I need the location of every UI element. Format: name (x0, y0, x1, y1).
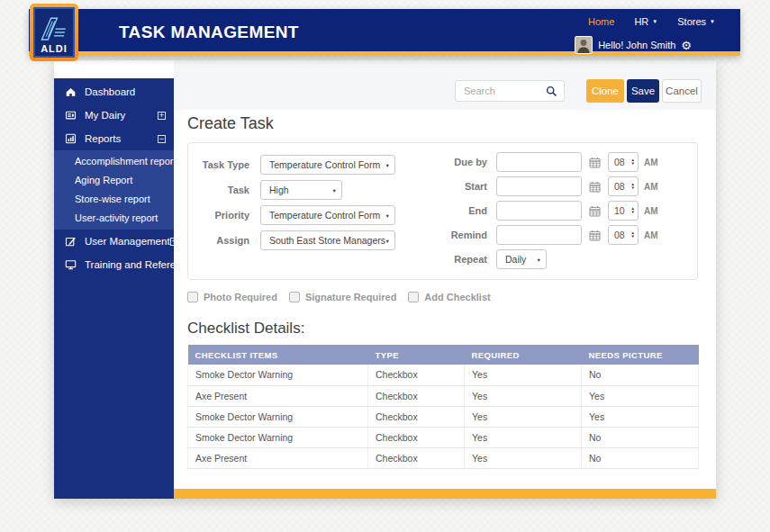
sidebar-item-my-dairy[interactable]: My Dairy + (54, 104, 174, 127)
aldi-a-icon (39, 16, 69, 43)
due-by-time-value: 08 (614, 157, 625, 167)
clone-button[interactable]: Clone (586, 79, 624, 103)
chevron-down-icon: ▼ (385, 213, 390, 219)
aldi-logo-inner: ALDI (33, 7, 75, 58)
greeting-text: Hello! John Smith (598, 40, 675, 50)
signature-required-option: Signature Required (289, 292, 396, 302)
nav-hr[interactable]: HR ▼ (634, 16, 657, 27)
col-type: TYPE (368, 345, 465, 365)
due-by-date-input[interactable] (496, 152, 582, 172)
nav-home[interactable]: Home (588, 16, 614, 27)
page-title: Create Task (187, 114, 274, 133)
aldi-logo-text: ALDI (41, 43, 68, 56)
reports-chart-icon (65, 133, 77, 144)
app-page: TASK MANAGEMENT Home HR ▼ Stores ▼ Hello… (0, 0, 770, 532)
nav-home-label: Home (588, 16, 614, 27)
table-row[interactable]: Smoke Dector Warning Checkbox Yes No (188, 427, 699, 447)
end-date-input[interactable] (496, 201, 582, 221)
submenu-accomplishment-report[interactable]: Accomplishment report (54, 152, 174, 171)
cell-item: Smoke Dector Warning (188, 427, 368, 447)
task-value: High (269, 185, 289, 195)
cell-needs-picture: Yes (582, 406, 699, 427)
start-date-input[interactable] (496, 176, 582, 196)
col-required: REQUIRED (465, 345, 582, 365)
calendar-icon[interactable] (589, 230, 601, 241)
sidebar-label: Reports (85, 133, 158, 144)
avatar[interactable] (575, 36, 593, 54)
spinner-down-icon[interactable]: ▼ (631, 235, 635, 239)
sidebar-item-user-management[interactable]: User Management + (54, 230, 174, 253)
spinner-down-icon[interactable]: ▼ (631, 211, 635, 215)
remind-time-spinner[interactable]: 08 ▲▼ (608, 225, 639, 245)
schedule-column: Due by 08 ▲▼ AM Start (433, 152, 658, 274)
end-time-spinner[interactable]: 10 ▲▼ (608, 201, 639, 221)
cell-required: Yes (465, 406, 582, 427)
task-type-label: Task Type (197, 159, 249, 170)
search-input[interactable] (456, 86, 546, 96)
edit-icon (65, 236, 77, 247)
start-time-spinner[interactable]: 08 ▲▼ (608, 176, 639, 196)
submenu-store-wise-report[interactable]: Store-wise report (54, 190, 174, 209)
calendar-icon[interactable] (589, 157, 601, 168)
repeat-select[interactable]: Daily ▼ (496, 249, 547, 269)
add-checklist-checkbox[interactable] (408, 292, 419, 302)
spinner-down-icon[interactable]: ▼ (631, 162, 635, 167)
app-title: TASK MANAGEMENT (119, 9, 299, 56)
table-row[interactable]: Smoke Dector Warning Checkbox Yes No (188, 365, 699, 385)
task-label: Task (197, 185, 249, 195)
cell-item: Smoke Dector Warning (188, 406, 368, 427)
collapse-icon[interactable]: − (158, 135, 166, 143)
sidebar-label: Dashboard (85, 86, 166, 97)
photo-required-label: Photo Required (204, 292, 277, 302)
sidebar-label: My Dairy (85, 110, 158, 121)
cancel-button[interactable]: Cancel (662, 79, 702, 103)
nav-stores[interactable]: Stores ▼ (677, 16, 715, 27)
task-select[interactable]: High ▼ (260, 180, 342, 200)
end-time-value: 10 (614, 205, 625, 216)
add-checklist-label: Add Checklist (424, 292, 490, 302)
gear-icon[interactable]: ⚙ (681, 40, 692, 51)
calendar-icon[interactable] (589, 181, 601, 193)
cell-required: Yes (465, 427, 582, 447)
cell-required: Yes (465, 365, 582, 385)
end-label: End (433, 205, 487, 216)
sidebar-item-training-and-reference[interactable]: Training and Reference + (54, 253, 174, 276)
expand-icon[interactable]: + (158, 112, 166, 120)
table-header-row: CHECKLIST ITEMS TYPE REQUIRED NEEDS PICT… (188, 345, 699, 365)
start-meridiem: AM (644, 182, 658, 192)
save-button[interactable]: Save (627, 79, 659, 103)
due-by-time-spinner[interactable]: 08 ▲▼ (608, 152, 639, 172)
submenu-aging-report[interactable]: Aging Report (54, 171, 174, 190)
top-nav: Home HR ▼ Stores ▼ (588, 16, 715, 27)
photo-required-checkbox[interactable] (187, 292, 198, 302)
cell-type: Checkbox (368, 365, 465, 385)
submenu-user-activity-report[interactable]: User-activity report (54, 209, 174, 228)
home-icon (65, 86, 77, 97)
search-icon[interactable] (546, 86, 557, 97)
priority-row: Priority Temperature Control Form ▼ (197, 205, 395, 225)
expand-icon[interactable]: + (170, 238, 178, 246)
diary-icon (65, 110, 77, 121)
sidebar-item-reports[interactable]: Reports − (54, 127, 174, 150)
start-label: Start (433, 181, 487, 192)
priority-select[interactable]: Temperature Control Form ▼ (260, 205, 395, 225)
task-type-select[interactable]: Temperature Control Form ▼ (260, 155, 395, 175)
table-row[interactable]: Axe Present Checkbox Yes No (188, 447, 699, 468)
remind-date-input[interactable] (496, 225, 582, 245)
remind-label: Remind (433, 230, 487, 240)
spinner-down-icon[interactable]: ▼ (631, 186, 635, 191)
repeat-row: Repeat Daily ▼ (433, 249, 658, 269)
cell-item: Axe Present (188, 385, 368, 406)
cell-type: Checkbox (368, 406, 465, 427)
start-row: Start 08 ▲▼ AM (433, 176, 658, 196)
main-window: Clone Save Cancel Dashboard My Dairy + R… (54, 60, 716, 499)
sidebar-item-dashboard[interactable]: Dashboard (54, 80, 174, 104)
table-row[interactable]: Smoke Dector Warning Checkbox Yes Yes (188, 406, 699, 427)
cell-required: Yes (465, 385, 582, 406)
task-type-value: Temperature Control Form (269, 159, 380, 170)
assign-select[interactable]: South East Store Managers ▼ (260, 230, 395, 250)
photo-required-option: Photo Required (187, 292, 277, 302)
signature-required-checkbox[interactable] (289, 292, 300, 302)
table-row[interactable]: Axe Present Checkbox Yes Yes (188, 385, 699, 406)
calendar-icon[interactable] (589, 205, 601, 217)
